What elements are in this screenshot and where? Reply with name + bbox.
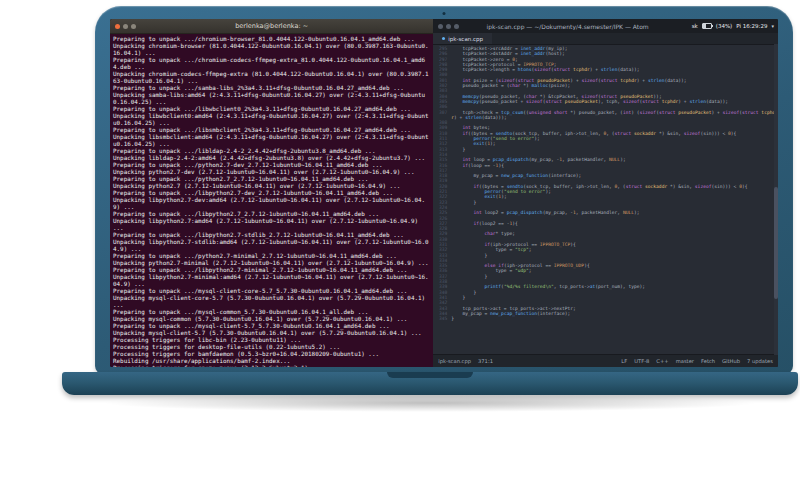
terminal-line: Unpacking libldap-2.4-2:amd64 (2.4.42+df… [113,155,430,162]
terminal-line: Preparing to unpack .../python2.7-minima… [113,253,430,260]
tab-ipk-scan-cpp[interactable]: ipk-scan.cpp [433,33,492,44]
status-item[interactable]: Fetch [701,358,715,364]
terminal-line: Unpacking python2.7 (2.7.12-1ubuntu0~16.… [113,183,430,190]
status-left: ipk-scan.cpp371:1 [438,358,493,364]
terminal-line: Preparing to unpack .../mysql-common_5.7… [113,309,430,316]
chevron-down-icon[interactable]: ▾ [771,23,774,29]
code-editor[interactable]: 295 tcpPacket->srcAddr = inet_addr(my_ip… [433,45,778,354]
status-item[interactable]: C++ [656,358,668,364]
status-item[interactable]: ipk-scan.cpp [438,358,471,364]
terminal-line: Preparing to unpack .../libpython2.7-std… [113,232,430,239]
terminal-line: Unpacking libwbclient0:amd64 (2:4.3.11+d… [113,113,430,127]
clock[interactable]: Pi 16:29:29 [736,23,767,29]
terminal-line: Processing triggers for bamfdaemon (0.5.… [113,351,430,358]
close-icon[interactable] [115,24,120,29]
terminal-output[interactable]: Preparing to unpack .../chromium-browser… [110,34,433,367]
terminal-line: Preparing to unpack .../mysql-client-5.7… [113,323,430,330]
status-item[interactable]: 7 updates [747,358,773,364]
status-item[interactable]: master [676,358,694,364]
terminal-line: Unpacking python2.7-minimal (2.7.12-1ubu… [113,260,430,267]
terminal-line: Preparing to unpack .../chromium-codecs-… [113,57,430,71]
terminal-line: Unpacking libpython2.7-stdlib:amd64 (2.7… [113,239,430,253]
window-controls [438,24,459,29]
code-text: tcph->check = tcp_csum((unsigned short *… [451,110,778,121]
status-item[interactable]: 371:1 [478,358,493,364]
terminal-line: Unpacking mysql-common (5.7.30-0ubuntu0.… [113,316,430,323]
screen: berlenka@berlenka: ~ Preparing to unpack… [110,19,778,367]
terminal-line: Preparing to unpack .../libsmbclient_2%3… [113,127,430,134]
code-line: 345} [433,316,778,321]
terminal-line: Preparing to unpack .../libwbclient0_2%3… [113,106,430,113]
terminal-line: Processing triggers for libc-bin (2.23-0… [113,337,430,344]
terminal-line: Unpacking python2.7-dev (2.7.12-1ubuntu0… [113,169,430,176]
line-number: 345 [433,316,451,321]
terminal-line: Unpacking chromium-browser (81.0.4044.12… [113,43,430,57]
terminal-line: Rebuilding /usr/share/applications/bamf-… [113,358,430,365]
terminal-line: Unpacking mysql-client-5.7 (5.7.30-0ubun… [113,330,430,337]
terminal-line: Unpacking libpython2.7:amd64 (2.7.12-1ub… [113,218,430,232]
maximize-icon[interactable] [131,24,136,29]
terminal-line: Preparing to unpack .../python2.7_2.7.12… [113,176,430,183]
terminal-line: Preparing to unpack .../mysql-client-cor… [113,288,430,295]
terminal-line: Preparing to unpack .../libpython2.7-dev… [113,190,430,197]
terminal-line: Unpacking libpython2.7-dev:amd64 (2.7.12… [113,197,430,211]
system-indicators: sk (34%) Pi 16:29:29 ▾ [692,19,774,33]
terminal-line: Unpacking chromium-codecs-ffmpeg-extra (… [113,71,430,85]
webcam-icon [443,12,446,15]
terminal-title: berlenka@berlenka: ~ [110,22,433,30]
tab-label: ipk-scan.cpp [448,36,483,42]
base-notch [387,372,473,378]
keyboard-layout-indicator[interactable]: sk [692,23,698,29]
atom-titlebar[interactable]: ipk-scan.cpp — ~/Dokumenty/4.semester/IP… [433,19,778,33]
laptop-shadow [100,394,760,412]
line-number: 307 [433,110,451,121]
terminal-line: Preparing to unpack .../libpython2.7-min… [113,267,430,274]
terminal-line: Preparing to unpack .../libpython2.7_2.7… [113,211,430,218]
atom-title: ipk-scan.cpp — ~/Dokumenty/4.semester/IP… [457,23,678,30]
minimize-icon[interactable] [123,24,128,29]
status-right: LFUTF-8C++masterFetchGitHub7 updates [621,358,773,364]
laptop-mockup: berlenka@berlenka: ~ Preparing to unpack… [0,0,800,477]
tab-bar: ipk-scan.cpp [433,33,778,45]
terminal-line: Unpacking samba-libs:amd64 (2:4.3.11+dfs… [113,92,430,106]
terminal-line: Unpacking mysql-client-core-5.7 (5.7.30-… [113,295,430,309]
atom-window: ipk-scan.cpp — ~/Dokumenty/4.semester/IP… [433,19,778,367]
minimize-icon[interactable] [446,24,451,29]
scrollbar-thumb[interactable] [774,187,778,299]
status-bar: ipk-scan.cpp371:1 LFUTF-8C++masterFetchG… [433,354,778,367]
battery-label[interactable]: (34%) [716,23,733,29]
terminal-window: berlenka@berlenka: ~ Preparing to unpack… [110,19,433,367]
desktop: berlenka@berlenka: ~ Preparing to unpack… [110,19,778,367]
close-icon[interactable] [438,24,443,29]
laptop-base [62,372,798,395]
status-item[interactable]: UTF-8 [634,358,649,364]
status-item[interactable]: LF [621,358,627,364]
file-icon [442,37,445,40]
laptop-frame: berlenka@berlenka: ~ Preparing to unpack… [95,6,793,374]
code-text: } [451,316,778,321]
terminal-line: Preparing to unpack .../python2.7-dev_2.… [113,162,430,169]
window-controls [115,24,136,29]
code-line: 307 tcph->check = tcp_csum((unsigned sho… [433,110,778,121]
terminal-line: Processing triggers for gnome-menus (3.1… [113,365,430,367]
terminal-line: Preparing to unpack .../samba-libs_2%3a4… [113,85,430,92]
terminal-line: Unpacking libsmbclient:amd64 (2:4.3.11+d… [113,134,430,148]
status-item[interactable]: GitHub [722,358,740,364]
battery-icon [702,23,712,29]
terminal-titlebar[interactable]: berlenka@berlenka: ~ [110,19,433,34]
terminal-line: Preparing to unpack .../chromium-browser… [113,36,430,43]
scrollbar[interactable] [774,44,778,355]
terminal-line: Unpacking libpython2.7-minimal:amd64 (2.… [113,274,430,288]
terminal-line: Preparing to unpack .../libldap-2.4-2_2.… [113,148,430,155]
terminal-line: Processing triggers for desktop-file-uti… [113,344,430,351]
maximize-icon[interactable] [454,24,459,29]
